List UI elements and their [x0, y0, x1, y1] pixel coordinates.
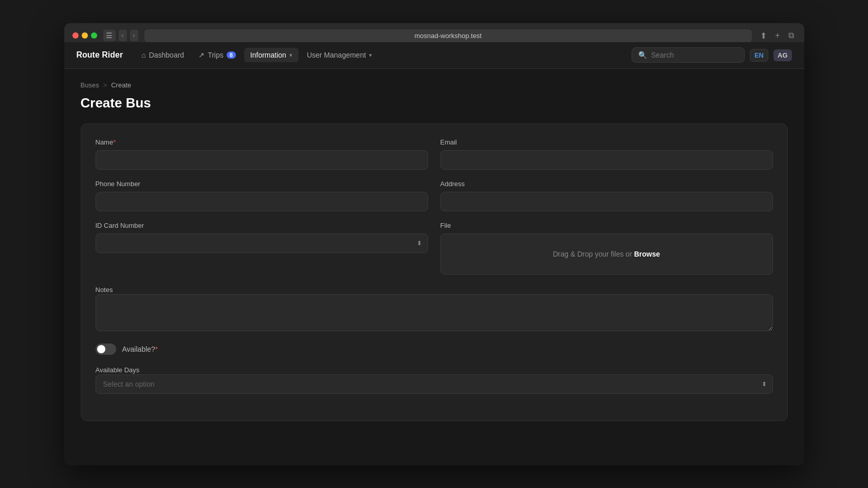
search-icon: 🔍 — [638, 51, 647, 59]
notes-label: Notes — [96, 286, 113, 294]
app-navbar: Route Rider ⌂ Dashboard ↗ Trips 8 Inform… — [64, 42, 804, 69]
form-group-notes: Notes — [96, 285, 773, 333]
available-toggle[interactable] — [96, 344, 116, 355]
trips-badge: 8 — [227, 51, 236, 59]
browser-controls: ☰ ‹ › — [103, 30, 138, 41]
form-row-name-email: Name* Email — [96, 138, 773, 170]
trips-icon: ↗ — [198, 51, 205, 59]
nav-item-information[interactable]: Information ▾ — [244, 48, 299, 62]
available-label: Available?* — [122, 345, 158, 353]
browser-chrome: ☰ ‹ › ⬆ + ⧉ — [64, 23, 804, 42]
available-days-select-wrapper: Select an option — [96, 374, 773, 394]
sidebar-toggle-btn[interactable]: ☰ — [103, 30, 116, 41]
file-browse-link[interactable]: Browse — [634, 250, 660, 258]
form-group-name: Name* — [96, 138, 428, 170]
avatar-button[interactable]: AG — [773, 49, 792, 61]
nav-item-dashboard[interactable]: ⌂ Dashboard — [135, 48, 190, 62]
phone-input[interactable] — [96, 192, 428, 211]
id-card-label: ID Card Number — [96, 222, 428, 229]
browser-titlebar: ☰ ‹ › ⬆ + ⧉ — [72, 29, 796, 42]
browser-back-btn[interactable]: ‹ — [119, 30, 127, 41]
form-card: Name* Email Phone Number Address — [81, 123, 788, 421]
search-input[interactable] — [651, 51, 738, 59]
page-title: Create Bus — [81, 95, 788, 111]
address-bar[interactable] — [144, 29, 752, 42]
available-days-select[interactable]: Select an option — [96, 374, 773, 394]
form-group-phone: Phone Number — [96, 180, 428, 211]
information-chevron-icon: ▾ — [289, 52, 292, 59]
address-label: Address — [440, 180, 773, 188]
form-group-address: Address — [440, 180, 773, 211]
nav-right: 🔍 EN AG — [632, 47, 792, 63]
tabs-btn[interactable]: ⧉ — [786, 30, 796, 41]
file-label: File — [440, 222, 773, 229]
nav-label-user-management: User Management — [307, 51, 366, 59]
search-box[interactable]: 🔍 — [632, 47, 745, 63]
browser-actions: ⬆ + ⧉ — [758, 30, 796, 42]
notes-textarea[interactable] — [96, 294, 773, 331]
available-required: * — [155, 345, 158, 353]
page-content: Buses > Create Create Bus Name* Email — [64, 69, 804, 465]
nav-label-information: Information — [250, 51, 286, 59]
nav-item-user-management[interactable]: User Management ▾ — [301, 48, 378, 62]
traffic-lights — [72, 32, 97, 39]
form-group-email: Email — [440, 138, 773, 170]
nav-label-dashboard: Dashboard — [149, 51, 184, 59]
browser-window: ☰ ‹ › ⬆ + ⧉ Route Rider ⌂ Dashboard ↗ T — [64, 23, 804, 465]
name-required: * — [113, 138, 116, 146]
breadcrumb-separator: > — [103, 81, 107, 89]
new-tab-btn[interactable]: + — [773, 30, 782, 41]
toggle-row: Available?* — [96, 344, 773, 355]
browser-forward-btn[interactable]: › — [130, 30, 138, 41]
form-group-id-card: ID Card Number — [96, 222, 428, 275]
language-button[interactable]: EN — [750, 49, 768, 62]
share-btn[interactable]: ⬆ — [758, 30, 769, 42]
nav-item-trips[interactable]: ↗ Trips 8 — [192, 48, 242, 62]
name-input[interactable] — [96, 150, 428, 170]
file-drop-zone[interactable]: Drag & Drop your files or Browse — [440, 233, 773, 275]
form-row-phone-address: Phone Number Address — [96, 180, 773, 211]
id-card-select-wrapper — [96, 233, 428, 253]
breadcrumb-parent[interactable]: Buses — [81, 81, 99, 89]
breadcrumb-current: Create — [111, 81, 131, 89]
file-drop-text: Drag & Drop your files or — [553, 250, 632, 258]
user-management-chevron-icon: ▾ — [369, 52, 372, 59]
address-input[interactable] — [440, 192, 773, 211]
form-row-idcard-file: ID Card Number File Drag & Drop your fil… — [96, 222, 773, 275]
nav-label-trips: Trips — [208, 51, 224, 59]
name-label: Name* — [96, 138, 428, 146]
form-group-file: File Drag & Drop your files or Browse — [440, 222, 773, 275]
nav-items: ⌂ Dashboard ↗ Trips 8 Information ▾ User… — [135, 48, 619, 62]
home-icon: ⌂ — [141, 51, 145, 59]
breadcrumb: Buses > Create — [81, 81, 788, 89]
email-input[interactable] — [440, 150, 773, 170]
form-group-available-days: Available Days Select an option — [96, 365, 773, 394]
id-card-select[interactable] — [96, 233, 428, 253]
email-label: Email — [440, 138, 773, 146]
traffic-light-red[interactable] — [72, 32, 79, 39]
available-days-label: Available Days — [96, 366, 140, 374]
traffic-light-green[interactable] — [91, 32, 97, 39]
app-logo: Route Rider — [77, 50, 123, 60]
traffic-light-yellow[interactable] — [82, 32, 88, 39]
phone-label: Phone Number — [96, 180, 428, 188]
